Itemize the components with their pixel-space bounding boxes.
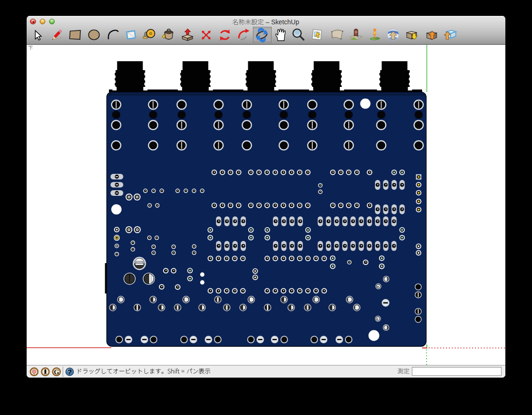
svg-text:G: G [54, 368, 59, 376]
svg-text:?: ? [68, 368, 72, 376]
svg-text:– SketchUp: – SketchUp [266, 19, 300, 26]
